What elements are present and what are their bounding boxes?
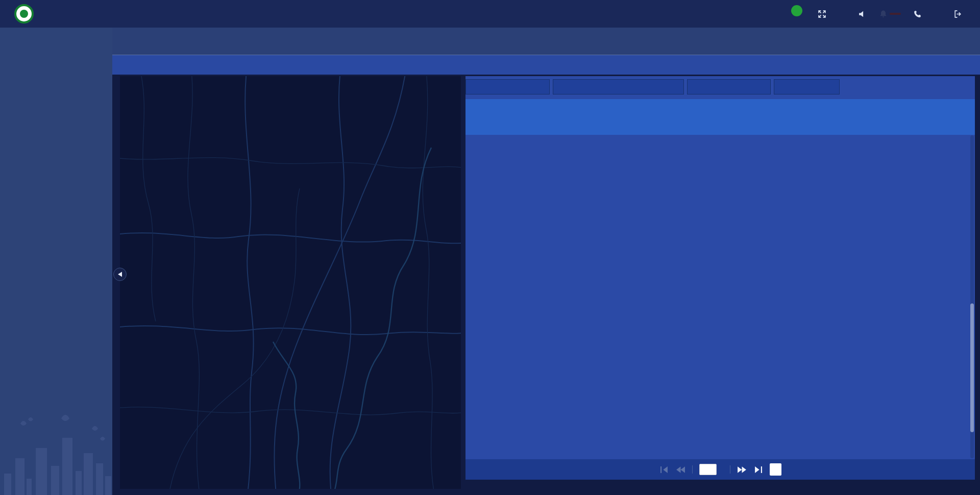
col-meters: [836, 99, 877, 135]
col-points: [795, 99, 836, 135]
fullscreen-icon: [818, 10, 826, 18]
table-header: [465, 99, 975, 135]
name-filter-input[interactable]: [465, 79, 550, 95]
next-page-button[interactable]: [737, 466, 747, 474]
city-skyline-watermark: [0, 408, 112, 495]
brand: [14, 4, 42, 23]
tab-bar: [112, 28, 980, 55]
pagination-controls: [659, 463, 781, 476]
map-collapse-button[interactable]: [113, 268, 127, 281]
volume-button[interactable]: [858, 10, 867, 18]
collapse-left-icon: [118, 272, 122, 277]
divider: [730, 465, 730, 474]
col-stop: [915, 115, 942, 135]
col-industry: [629, 99, 687, 135]
help-button[interactable]: [913, 10, 925, 18]
top-header: [0, 0, 980, 28]
divider: [692, 465, 693, 474]
col-lost: [942, 115, 975, 135]
app-logo-icon: [14, 4, 34, 23]
main-panels: [112, 75, 980, 495]
col-run: [877, 115, 915, 135]
last-page-button[interactable]: [753, 466, 763, 474]
last-page-icon: [753, 466, 763, 474]
page-number-input[interactable]: [699, 464, 717, 475]
col-facility: [746, 99, 795, 135]
next-page-icon: [737, 466, 747, 474]
map-panel[interactable]: [120, 76, 461, 489]
stats-bar: [112, 55, 980, 75]
col-region: [489, 99, 554, 135]
first-page-icon: [659, 466, 669, 474]
industry-filter-select[interactable]: [687, 79, 771, 95]
col-company: [554, 99, 629, 135]
content-area: [112, 28, 980, 495]
phone-icon: [913, 10, 922, 18]
sidebar-menu: [0, 28, 112, 30]
col-limit: [687, 99, 746, 135]
enterprise-table: [465, 99, 975, 135]
col-index: [465, 99, 489, 135]
logout-icon: [953, 10, 962, 18]
alarm-count-badge: [890, 13, 901, 15]
region-filter-select[interactable]: [553, 79, 684, 95]
bell-icon: [879, 10, 888, 18]
col-group-point-status: [877, 99, 975, 115]
enterprise-table-panel: [465, 76, 975, 480]
speaker-icon: [858, 10, 867, 18]
fullscreen-button[interactable]: [818, 10, 830, 18]
prev-page-button[interactable]: [676, 466, 685, 474]
header-toolbar: [779, 8, 966, 19]
prev-page-icon: [676, 466, 685, 474]
app-root: [0, 0, 980, 495]
logout-button[interactable]: [953, 10, 966, 18]
temperature-badge: [791, 5, 802, 16]
map-roads: [120, 76, 461, 489]
table-scrollbar[interactable]: [970, 135, 974, 458]
temperature-indicator: [791, 8, 805, 19]
scrollbar-thumb[interactable]: [970, 303, 974, 433]
alarm-notification[interactable]: [879, 10, 901, 18]
first-page-button[interactable]: [659, 466, 669, 474]
pagination-bar: [465, 459, 975, 480]
page-size-select[interactable]: [770, 463, 781, 476]
filter-bar: [465, 79, 975, 95]
status-filter-select[interactable]: [774, 79, 840, 95]
sidebar: [0, 28, 112, 495]
